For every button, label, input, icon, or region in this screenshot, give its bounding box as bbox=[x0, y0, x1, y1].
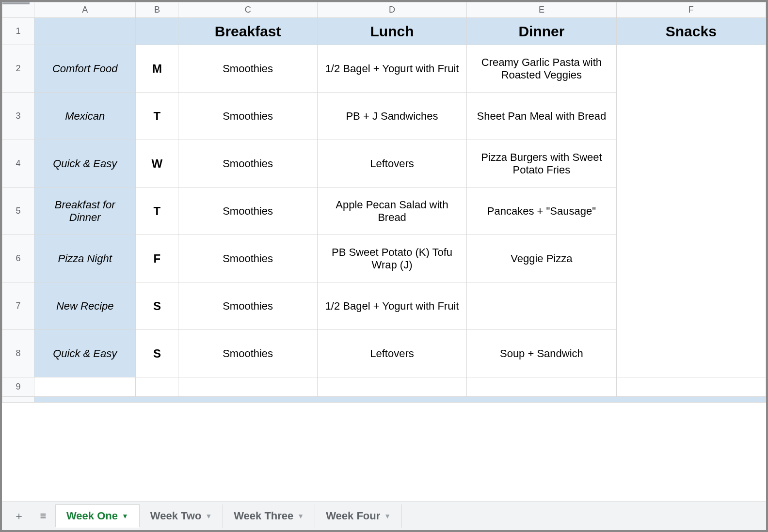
cell-day[interactable]: S bbox=[136, 282, 178, 330]
cell-theme[interactable]: Pizza Night bbox=[34, 235, 136, 282]
cell-E1[interactable]: Dinner bbox=[467, 18, 616, 45]
row-header-1[interactable]: 1 bbox=[2, 18, 34, 45]
col-header-F[interactable]: F bbox=[616, 2, 766, 18]
row-header-3[interactable]: 3 bbox=[2, 93, 34, 140]
select-all-corner[interactable] bbox=[2, 2, 34, 18]
all-sheets-button[interactable]: ≡ bbox=[31, 505, 55, 527]
cell-dinner[interactable]: Veggie Pizza bbox=[467, 235, 616, 282]
row-header-7[interactable]: 7 bbox=[2, 282, 34, 330]
cell-day[interactable]: F bbox=[136, 235, 178, 282]
cell-snacks-merged[interactable] bbox=[616, 45, 766, 377]
cell-breakfast[interactable]: Smoothies bbox=[178, 140, 317, 188]
cell-theme[interactable]: Comfort Food bbox=[34, 45, 136, 93]
chevron-down-icon: ▼ bbox=[297, 512, 304, 520]
cell-theme[interactable]: Quick & Easy bbox=[34, 330, 136, 377]
cell-empty[interactable] bbox=[34, 377, 136, 397]
cell-theme[interactable]: Quick & Easy bbox=[34, 140, 136, 188]
menu-icon: ≡ bbox=[40, 510, 47, 522]
cell-dinner[interactable]: Creamy Garlic Pasta with Roasted Veggies bbox=[467, 45, 616, 93]
cell-empty[interactable] bbox=[616, 377, 766, 397]
col-header-E[interactable]: E bbox=[467, 2, 616, 18]
row-header-4[interactable]: 4 bbox=[2, 140, 34, 188]
cell-dinner[interactable]: Sheet Pan Meal with Bread bbox=[467, 93, 616, 140]
cell-empty[interactable] bbox=[136, 377, 178, 397]
add-sheet-button[interactable]: ＋ bbox=[7, 505, 31, 527]
sheet-tab-label: Week Three bbox=[234, 510, 293, 522]
cell-lunch[interactable]: Leftovers bbox=[317, 140, 466, 188]
cell-empty[interactable] bbox=[467, 377, 616, 397]
cell-B1[interactable] bbox=[136, 18, 178, 45]
sheet-tab-week-two[interactable]: Week Two ▼ bbox=[140, 504, 223, 528]
cell-day[interactable]: T bbox=[136, 93, 178, 140]
cell-lunch[interactable]: PB + J Sandwiches bbox=[317, 93, 466, 140]
cell-day[interactable]: W bbox=[136, 140, 178, 188]
sheet-tab-label: Week Four bbox=[326, 510, 380, 522]
cell-theme[interactable]: New Recipe bbox=[34, 282, 136, 330]
cell-theme[interactable]: Breakfast for Dinner bbox=[34, 188, 136, 235]
cell-breakfast[interactable]: Smoothies bbox=[178, 188, 317, 235]
cell-lunch[interactable]: PB Sweet Potato (K) Tofu Wrap (J) bbox=[317, 235, 466, 282]
col-header-B[interactable]: B bbox=[136, 2, 178, 18]
cell-breakfast[interactable]: Smoothies bbox=[178, 282, 317, 330]
row-header-8[interactable]: 8 bbox=[2, 330, 34, 377]
cell-dinner[interactable]: Pancakes + "Sausage" bbox=[467, 188, 616, 235]
row-header-5[interactable]: 5 bbox=[2, 188, 34, 235]
row-header-9[interactable]: 9 bbox=[2, 377, 34, 397]
col-header-C[interactable]: C bbox=[178, 2, 317, 18]
chevron-down-icon: ▼ bbox=[205, 512, 212, 520]
sheet-tab-week-one[interactable]: Week One ▼ bbox=[55, 504, 140, 528]
cell-extra[interactable] bbox=[34, 397, 766, 403]
cell-breakfast[interactable]: Smoothies bbox=[178, 235, 317, 282]
sheet-tab-week-four[interactable]: Week Four ▼ bbox=[315, 504, 402, 528]
sheet-tab-label: Week Two bbox=[150, 510, 202, 522]
cell-day[interactable]: T bbox=[136, 188, 178, 235]
cell-day[interactable]: M bbox=[136, 45, 178, 93]
cell-D1[interactable]: Lunch bbox=[317, 18, 466, 45]
cell-theme[interactable]: Mexican bbox=[34, 93, 136, 140]
col-header-A[interactable]: A bbox=[34, 2, 136, 18]
plus-icon: ＋ bbox=[14, 509, 24, 523]
chevron-down-icon: ▼ bbox=[384, 512, 391, 520]
sheet-tab-label: Week One bbox=[66, 510, 118, 522]
row-header-6[interactable]: 6 bbox=[2, 235, 34, 282]
cell-lunch[interactable]: Apple Pecan Salad with Bread bbox=[317, 188, 466, 235]
cell-breakfast[interactable]: Smoothies bbox=[178, 93, 317, 140]
cell-dinner[interactable] bbox=[467, 282, 616, 330]
cell-F1[interactable]: Snacks bbox=[616, 18, 766, 45]
cell-dinner[interactable]: Pizza Burgers with Sweet Potato Fries bbox=[467, 140, 616, 188]
cell-breakfast[interactable]: Smoothies bbox=[178, 45, 317, 93]
sheet-tabs-bar: ＋ ≡ Week One ▼ Week Two ▼ Week Three ▼ W… bbox=[2, 501, 766, 530]
col-header-D[interactable]: D bbox=[317, 2, 466, 18]
spreadsheet-grid[interactable]: A B C D E F 1 Breakfast Lunch Dinner Sna… bbox=[2, 2, 766, 501]
cell-A1[interactable] bbox=[34, 18, 136, 45]
row-header-extra[interactable] bbox=[2, 397, 34, 403]
cell-lunch[interactable]: 1/2 Bagel + Yogurt with Fruit bbox=[317, 45, 466, 93]
sheet-tab-week-three[interactable]: Week Three ▼ bbox=[223, 504, 315, 528]
cell-lunch[interactable]: Leftovers bbox=[317, 330, 466, 377]
cell-lunch[interactable]: 1/2 Bagel + Yogurt with Fruit bbox=[317, 282, 466, 330]
cell-empty[interactable] bbox=[317, 377, 466, 397]
chevron-down-icon: ▼ bbox=[122, 512, 128, 520]
cell-breakfast[interactable]: Smoothies bbox=[178, 330, 317, 377]
cell-dinner[interactable]: Soup + Sandwich bbox=[467, 330, 616, 377]
cell-C1[interactable]: Breakfast bbox=[178, 18, 317, 45]
cell-day[interactable]: S bbox=[136, 330, 178, 377]
cell-empty[interactable] bbox=[178, 377, 317, 397]
row-header-2[interactable]: 2 bbox=[2, 45, 34, 93]
